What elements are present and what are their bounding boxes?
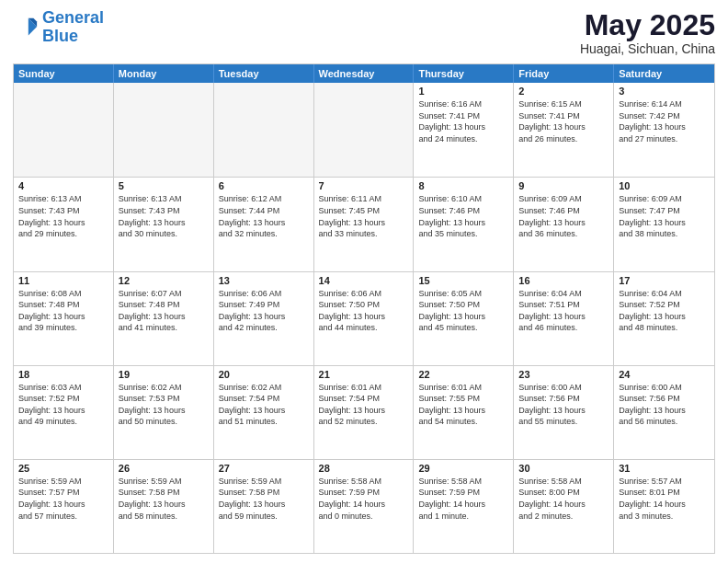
calendar-row: 25Sunrise: 5:59 AM Sunset: 7:57 PM Dayli…: [14, 459, 714, 553]
day-number: 2: [518, 86, 609, 97]
day-number: 28: [319, 463, 409, 474]
day-info: Sunrise: 5:59 AM Sunset: 7:58 PM Dayligh…: [219, 476, 309, 522]
logo-general: General: [42, 8, 104, 27]
day-number: 27: [219, 463, 309, 474]
day-info: Sunrise: 6:11 AM Sunset: 7:45 PM Dayligh…: [319, 193, 409, 239]
day-info: Sunrise: 5:58 AM Sunset: 7:59 PM Dayligh…: [319, 476, 409, 522]
calendar-cell: 22Sunrise: 6:01 AM Sunset: 7:55 PM Dayli…: [414, 366, 514, 459]
calendar-cell: 9Sunrise: 6:09 AM Sunset: 7:46 PM Daylig…: [514, 178, 614, 270]
calendar-cell: 26Sunrise: 5:59 AM Sunset: 7:58 PM Dayli…: [114, 460, 214, 553]
day-number: 6: [219, 180, 309, 191]
day-number: 5: [119, 180, 209, 191]
location-subtitle: Huagai, Sichuan, China: [580, 41, 715, 56]
month-title: May 2025: [580, 9, 715, 41]
day-number: 30: [518, 463, 609, 474]
day-info: Sunrise: 6:09 AM Sunset: 7:47 PM Dayligh…: [619, 193, 710, 239]
day-info: Sunrise: 6:01 AM Sunset: 7:54 PM Dayligh…: [319, 382, 409, 428]
day-info: Sunrise: 6:13 AM Sunset: 7:43 PM Dayligh…: [119, 193, 209, 239]
calendar-cell: 17Sunrise: 6:04 AM Sunset: 7:52 PM Dayli…: [614, 272, 714, 365]
day-info: Sunrise: 6:06 AM Sunset: 7:50 PM Dayligh…: [319, 288, 409, 334]
day-number: 10: [619, 180, 710, 191]
title-block: May 2025 Huagai, Sichuan, China: [580, 9, 715, 56]
day-number: 15: [418, 275, 508, 286]
logo-icon: [13, 15, 39, 40]
calendar-cell: 8Sunrise: 6:10 AM Sunset: 7:46 PM Daylig…: [414, 178, 514, 270]
day-number: 3: [619, 86, 710, 97]
day-number: 7: [319, 180, 409, 191]
calendar-cell: 5Sunrise: 6:13 AM Sunset: 7:43 PM Daylig…: [114, 178, 214, 270]
calendar-body: 1Sunrise: 6:16 AM Sunset: 7:41 PM Daylig…: [14, 83, 714, 553]
weekday-header: Monday: [114, 64, 214, 83]
calendar-cell: [314, 83, 415, 177]
day-info: Sunrise: 6:12 AM Sunset: 7:44 PM Dayligh…: [219, 193, 309, 239]
day-number: 8: [418, 180, 508, 191]
day-number: 14: [319, 275, 409, 286]
day-info: Sunrise: 5:58 AM Sunset: 8:00 PM Dayligh…: [518, 476, 609, 522]
day-info: Sunrise: 6:08 AM Sunset: 7:48 PM Dayligh…: [18, 288, 108, 334]
day-info: Sunrise: 5:58 AM Sunset: 7:59 PM Dayligh…: [418, 476, 508, 522]
logo: General Blue: [13, 9, 104, 46]
header: General Blue May 2025 Huagai, Sichuan, C…: [13, 9, 715, 56]
day-info: Sunrise: 6:02 AM Sunset: 7:54 PM Dayligh…: [219, 382, 309, 428]
calendar-cell: 27Sunrise: 5:59 AM Sunset: 7:58 PM Dayli…: [214, 460, 314, 553]
day-info: Sunrise: 6:10 AM Sunset: 7:46 PM Dayligh…: [418, 193, 508, 239]
day-number: 18: [18, 369, 108, 380]
day-info: Sunrise: 6:00 AM Sunset: 7:56 PM Dayligh…: [518, 382, 609, 428]
calendar-row: 18Sunrise: 6:03 AM Sunset: 7:52 PM Dayli…: [14, 365, 714, 459]
day-number: 24: [619, 369, 710, 380]
day-number: 20: [219, 369, 309, 380]
day-number: 13: [219, 275, 309, 286]
calendar-cell: 4Sunrise: 6:13 AM Sunset: 7:43 PM Daylig…: [14, 178, 114, 270]
day-number: 17: [619, 275, 710, 286]
day-number: 11: [18, 275, 108, 286]
calendar-cell: 10Sunrise: 6:09 AM Sunset: 7:47 PM Dayli…: [614, 178, 714, 270]
weekday-header: Saturday: [614, 64, 714, 83]
day-number: 25: [18, 463, 108, 474]
day-info: Sunrise: 5:59 AM Sunset: 7:57 PM Dayligh…: [18, 476, 108, 522]
day-info: Sunrise: 6:07 AM Sunset: 7:48 PM Dayligh…: [119, 288, 209, 334]
calendar-cell: 12Sunrise: 6:07 AM Sunset: 7:48 PM Dayli…: [114, 272, 214, 365]
calendar-row: 4Sunrise: 6:13 AM Sunset: 7:43 PM Daylig…: [14, 177, 714, 270]
calendar-cell: 11Sunrise: 6:08 AM Sunset: 7:48 PM Dayli…: [14, 272, 114, 365]
day-info: Sunrise: 6:04 AM Sunset: 7:52 PM Dayligh…: [619, 288, 710, 334]
day-number: 26: [119, 463, 209, 474]
weekday-header: Wednesday: [314, 64, 415, 83]
day-number: 1: [418, 86, 508, 97]
day-number: 29: [418, 463, 508, 474]
calendar: SundayMondayTuesdayWednesdayThursdayFrid…: [13, 63, 715, 554]
calendar-cell: 29Sunrise: 5:58 AM Sunset: 7:59 PM Dayli…: [414, 460, 514, 553]
weekday-header: Tuesday: [214, 64, 314, 83]
calendar-cell: 21Sunrise: 6:01 AM Sunset: 7:54 PM Dayli…: [314, 366, 415, 459]
calendar-cell: 30Sunrise: 5:58 AM Sunset: 8:00 PM Dayli…: [514, 460, 614, 553]
day-info: Sunrise: 6:14 AM Sunset: 7:42 PM Dayligh…: [619, 98, 710, 144]
day-info: Sunrise: 6:16 AM Sunset: 7:41 PM Dayligh…: [418, 98, 508, 144]
calendar-cell: 13Sunrise: 6:06 AM Sunset: 7:49 PM Dayli…: [214, 272, 314, 365]
calendar-cell: 15Sunrise: 6:05 AM Sunset: 7:50 PM Dayli…: [414, 272, 514, 365]
day-number: 19: [119, 369, 209, 380]
calendar-cell: 28Sunrise: 5:58 AM Sunset: 7:59 PM Dayli…: [314, 460, 415, 553]
day-info: Sunrise: 6:06 AM Sunset: 7:49 PM Dayligh…: [219, 288, 309, 334]
calendar-cell: 23Sunrise: 6:00 AM Sunset: 7:56 PM Dayli…: [514, 366, 614, 459]
day-info: Sunrise: 6:04 AM Sunset: 7:51 PM Dayligh…: [518, 288, 609, 334]
day-number: 31: [619, 463, 710, 474]
weekday-header: Thursday: [414, 64, 514, 83]
calendar-row: 11Sunrise: 6:08 AM Sunset: 7:48 PM Dayli…: [14, 271, 714, 365]
page: General Blue May 2025 Huagai, Sichuan, C…: [0, 0, 728, 563]
day-info: Sunrise: 6:03 AM Sunset: 7:52 PM Dayligh…: [18, 382, 108, 428]
calendar-cell: 6Sunrise: 6:12 AM Sunset: 7:44 PM Daylig…: [214, 178, 314, 270]
calendar-cell: 1Sunrise: 6:16 AM Sunset: 7:41 PM Daylig…: [414, 83, 514, 177]
calendar-cell: 19Sunrise: 6:02 AM Sunset: 7:53 PM Dayli…: [114, 366, 214, 459]
day-number: 12: [119, 275, 209, 286]
logo-blue: Blue: [42, 27, 78, 45]
day-number: 4: [18, 180, 108, 191]
calendar-cell: [14, 83, 114, 177]
weekday-header: Friday: [514, 64, 614, 83]
day-info: Sunrise: 6:05 AM Sunset: 7:50 PM Dayligh…: [418, 288, 508, 334]
calendar-cell: [114, 83, 214, 177]
calendar-header: SundayMondayTuesdayWednesdayThursdayFrid…: [14, 64, 714, 83]
weekday-header: Sunday: [14, 64, 114, 83]
calendar-row: 1Sunrise: 6:16 AM Sunset: 7:41 PM Daylig…: [14, 83, 714, 177]
day-info: Sunrise: 6:15 AM Sunset: 7:41 PM Dayligh…: [518, 98, 609, 144]
day-number: 22: [418, 369, 508, 380]
calendar-cell: [214, 83, 314, 177]
